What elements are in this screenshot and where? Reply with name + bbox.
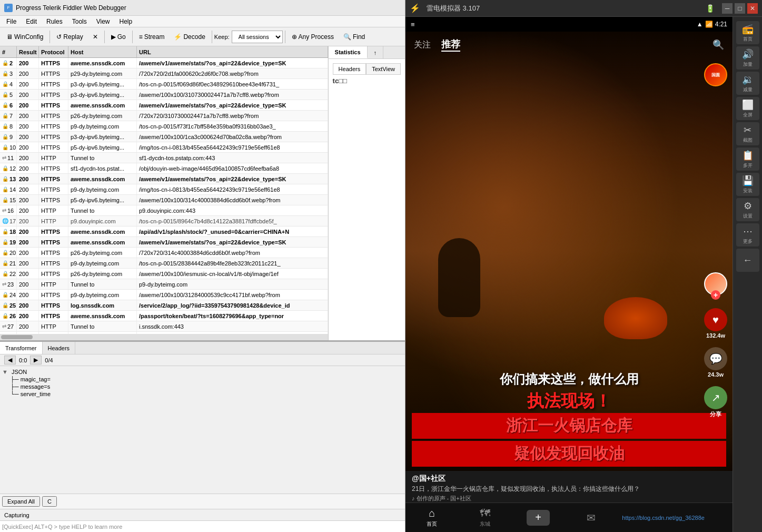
emu-close-button[interactable]: ✕ [747, 3, 758, 14]
collapse-button[interactable]: C [42, 496, 57, 507]
table-row[interactable]: 🔒 3 200 HTTPS p29-dy.byteimg.com /720x72… [0, 68, 328, 79]
sidebar-settings-btn[interactable]: ⚙ 设置 [736, 198, 759, 221]
col-header-num[interactable]: # [0, 46, 17, 57]
table-row[interactable]: 🔒 7 200 HTTPS p26-dy.byteimg.com /720x72… [0, 111, 328, 121]
create-button[interactable]: + [527, 510, 550, 526]
horizontal-scrollbar[interactable] [0, 334, 328, 340]
tree-root[interactable]: ▼ JSON [2, 368, 403, 376]
table-row[interactable]: 🔒 5 200 HTTPS p3-dy-ipv6.byteimg... /awe… [0, 90, 328, 100]
expand-all-button[interactable]: Expand All [2, 496, 40, 507]
emu-maximize-button[interactable]: □ [735, 3, 745, 14]
pager-prev[interactable]: ◀ [4, 356, 16, 364]
table-row[interactable]: 🔒 14 200 HTTPS p9-dy.byteimg.com /img/to… [0, 184, 328, 195]
nav-item-recommend[interactable]: 推荐 [441, 38, 460, 52]
author-avatar[interactable]: + [704, 272, 727, 295]
winconfig-button[interactable]: 🖥 WinConfig [2, 29, 47, 44]
col-header-result[interactable]: Result [17, 46, 39, 57]
bottom-tab-headers[interactable]: Headers [43, 342, 76, 354]
menu-file[interactable]: File [2, 17, 21, 26]
inner-tab-headers[interactable]: Headers [333, 63, 367, 74]
nav-search-icon[interactable]: 🔍 [712, 39, 724, 51]
cell-protocol: HTTPS [39, 258, 68, 268]
any-process-button[interactable]: ⊕ Any Process [288, 29, 338, 44]
table-row[interactable]: 🔒 6 200 HTTPS aweme.snssdk.com /aweme/v1… [0, 100, 328, 111]
table-row[interactable]: 🌐 17 200 HTTP p9.douyinpic.com /tos-cn-p… [0, 216, 328, 226]
decode-button[interactable]: ⚡ Decode [170, 29, 209, 44]
table-row[interactable]: 🔒 2 200 HTTPS aweme.snssdk.com /aweme/v1… [0, 58, 328, 68]
cell-result: 200 [17, 311, 39, 321]
url-bar[interactable]: https://blog.csdn.net/gg_36288e [618, 515, 733, 521]
sidebar-home-btn[interactable]: 📻 首页 [736, 21, 759, 44]
like-button[interactable]: ♥ 132.4w [704, 308, 727, 339]
col-header-url[interactable]: URL [137, 46, 328, 57]
share-button[interactable]: ↗ 分享 [704, 386, 727, 418]
cell-url: /aweme/v1/aweme/stats/?os_api=22&device_… [137, 58, 328, 68]
table-row[interactable]: 🔒 12 200 HTTPS sf1-dycdn-tos.pstat... /o… [0, 163, 328, 174]
table-row[interactable]: 🔒 15 200 HTTPS p5-dy-ipv6.byteimg... /aw… [0, 195, 328, 205]
nav-dongcheng[interactable]: 🗺 东城 [459, 507, 512, 528]
menu-view[interactable]: View [92, 17, 114, 26]
pager-next[interactable]: ▶ [30, 356, 42, 364]
table-row[interactable]: 🔒 22 200 HTTPS p26-dy.byteimg.com /aweme… [0, 269, 328, 279]
nav-inbox[interactable]: ✉ [565, 511, 618, 524]
table-row[interactable]: 🔒 13 200 HTTPS aweme.snssdk.com /aweme/v… [0, 174, 328, 184]
nav-create[interactable]: + [512, 510, 565, 526]
inner-tab-textview[interactable]: TextView [366, 63, 401, 74]
comment-button[interactable]: 💬 24.3w [704, 347, 727, 378]
col-header-protocol[interactable]: Protocol [39, 46, 68, 57]
sidebar-multiopen-btn[interactable]: 📋 多开 [736, 147, 759, 171]
video-music[interactable]: ♪ 创作的原声 - 国+社区 [412, 495, 726, 503]
inbox-icon: ✉ [587, 511, 596, 524]
table-row[interactable]: 🔒 9 200 HTTPS p3-dy-ipv6.byteimg... /awe… [0, 132, 328, 142]
sidebar-back-btn[interactable]: ← [736, 249, 759, 272]
tree-node-2[interactable]: ├─ message=s [11, 383, 403, 390]
menu-help[interactable]: Help [115, 17, 137, 26]
keep-dropdown[interactable]: All sessions [232, 31, 283, 43]
video-area[interactable]: 关注 推荐 🔍 国圆 + ♥ 132.4w [405, 32, 733, 471]
table-row[interactable]: ⇄ 27 200 HTTP Tunnel to i.snssdk.com:443 [0, 321, 328, 332]
sidebar-install-btn[interactable]: 💾 安装 [736, 173, 759, 196]
tab-statistics[interactable]: Statistics [329, 46, 368, 58]
nav-item-follow[interactable]: 关注 [414, 40, 431, 51]
table-row[interactable]: ⇄ 16 200 HTTP Tunnel to p9.douyinpic.com… [0, 205, 328, 216]
table-row[interactable]: ⇄ 23 200 HTTP Tunnel to p9-dy.byteimg.co… [0, 279, 328, 290]
follow-plus-icon[interactable]: + [711, 290, 720, 300]
tree-node-1[interactable]: ├─ magic_tag= [11, 376, 403, 383]
table-row[interactable]: 🔒 24 200 HTTPS p9-dy.byteimg.com /aweme/… [0, 290, 328, 300]
tab-inspectors[interactable]: ↑ [368, 46, 384, 58]
tree-node-3[interactable]: └─ server_time [11, 390, 403, 398]
bottom-tab-transformer[interactable]: Transformer [0, 342, 43, 354]
table-row[interactable]: 🔒 10 200 HTTPS p5-dy-ipv6.byteimg... /im… [0, 142, 328, 153]
table-row[interactable]: 🔒 21 200 HTTPS p9-dy.byteimg.com /tos-cn… [0, 258, 328, 269]
video-author[interactable]: @国+社区 [412, 474, 726, 484]
table-row[interactable]: ⇄ 11 200 HTTP Tunnel to sf1-dycdn-tos.ps… [0, 153, 328, 163]
nav-home[interactable]: ⌂ 首页 [405, 507, 459, 528]
delete-button[interactable]: ✕ [88, 29, 102, 44]
go-button[interactable]: ▶ Go [107, 29, 130, 44]
cell-num: ⇄ 16 [0, 205, 17, 215]
table-row[interactable]: 🔒 18 200 HTTPS aweme.snssdk.com /api/ad/… [0, 226, 328, 237]
sidebar-volume-down-btn[interactable]: 🔉 减量 [736, 72, 759, 95]
table-row[interactable]: 🔒 20 200 HTTPS p26-dy.byteimg.com /720x7… [0, 248, 328, 258]
sidebar-fullscreen-btn[interactable]: ⬜ 全屏 [736, 97, 759, 120]
menu-tools[interactable]: Tools [68, 17, 91, 26]
scrollbar-thumb[interactable] [1, 335, 33, 339]
sidebar-volume-up-btn[interactable]: 🔊 加量 [736, 46, 759, 70]
table-row[interactable]: 🔒 26 200 HTTPS aweme.snssdk.com /passpor… [0, 311, 328, 321]
find-button[interactable]: 🔍 Find [339, 29, 369, 44]
col-header-host[interactable]: Host [68, 46, 137, 57]
sidebar-screenshot-btn[interactable]: ✂ 截图 [736, 122, 759, 145]
table-row[interactable]: 🔒 25 200 HTTPS log.snssdk.com /service/2… [0, 300, 328, 311]
sidebar-more-btn[interactable]: ⋯ 更多 [736, 223, 759, 247]
table-row[interactable]: 🔒 8 200 HTTPS p9-dy.byteimg.com /tos-cn-… [0, 121, 328, 132]
table-row[interactable]: 🔒 19 200 HTTPS aweme.snssdk.com /aweme/v… [0, 237, 328, 248]
replay-button[interactable]: ↺ Replay [52, 29, 87, 44]
stream-button[interactable]: ≡ Stream [135, 29, 169, 44]
table-row[interactable]: 🔒 4 200 HTTPS p3-dy-ipv6.byteimg... /tos… [0, 79, 328, 90]
menu-edit[interactable]: Edit [22, 17, 41, 26]
session-rows[interactable]: 🔒 2 200 HTTPS aweme.snssdk.com /aweme/v1… [0, 58, 328, 334]
video-subtitle-line2: 疑似发现回收油 [412, 441, 726, 467]
video-title-cn: 执法现场！ [412, 391, 726, 411]
emu-minimize-button[interactable]: ─ [722, 3, 733, 14]
menu-rules[interactable]: Rules [42, 17, 67, 26]
